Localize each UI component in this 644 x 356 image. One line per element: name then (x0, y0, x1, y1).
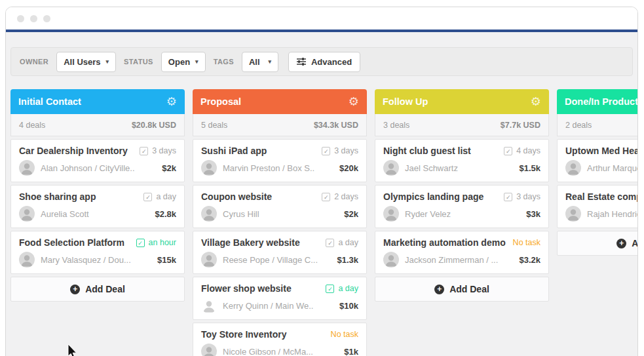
deal-card[interactable]: Food Selection Platform✓an hourMary Vala… (10, 231, 185, 274)
chevron-down-icon: ▾ (268, 58, 271, 65)
task-checkbox[interactable]: ✓ (140, 147, 148, 155)
status-select[interactable]: Open ▾ (161, 52, 206, 72)
task-due-label: a day (338, 238, 358, 247)
column-title: Follow Up (383, 96, 428, 107)
task-checkbox[interactable]: ✓ (504, 193, 512, 201)
owner-name: Alan Johnson / CityVille.. (41, 163, 135, 173)
deal-card[interactable]: Olympics landing page✓3 daysRyder Velez$… (375, 185, 549, 228)
task-status: ✓3 days (322, 146, 358, 155)
gear-icon[interactable]: ⚙ (531, 96, 541, 108)
deal-owner: Arthur Marquez (565, 160, 638, 176)
owner-name: Jael Schwartz (405, 163, 458, 173)
deal-value: $1.5k (519, 163, 540, 173)
gear-icon[interactable]: ⚙ (166, 96, 177, 108)
owner-name: Rajah Hendricks (587, 209, 638, 219)
window-control-dot[interactable] (43, 15, 50, 22)
task-status: ✓an hour (136, 238, 176, 247)
avatar (383, 160, 399, 176)
deals-total: $20.8k USD (132, 121, 176, 130)
deal-card[interactable]: Flower shop website✓a dayKerry Quinn / M… (193, 277, 367, 320)
task-checkbox[interactable]: ✓ (322, 193, 330, 201)
tags-select[interactable]: All ▾ (242, 52, 278, 72)
deal-card[interactable]: Uptown Med HealArthur Marquez (557, 139, 638, 182)
avatar (565, 206, 581, 222)
column-title: Initial Contact (18, 96, 81, 107)
task-checkbox[interactable]: ✓ (326, 239, 334, 247)
pipeline-column: Follow Up⚙3 deals$7.7k USDNight club gue… (375, 89, 549, 356)
window-titlebar (6, 7, 637, 30)
deal-card[interactable]: Night club guest list✓4 daysJael Schwart… (375, 139, 549, 182)
task-due-label: 3 days (152, 146, 176, 155)
avatar (383, 206, 399, 222)
task-status: ✓2 days (322, 192, 358, 201)
add-deal-label: Add Deal (449, 284, 489, 294)
deals-total: $34.3k USD (314, 121, 358, 130)
plus-icon: + (70, 285, 80, 294)
deals-count: 3 deals (383, 121, 409, 130)
card-row-top: Marketing automation demoNo task (383, 237, 540, 248)
deal-title: Olympics landing page (383, 191, 483, 202)
avatar (201, 298, 217, 313)
deal-owner: Rajah Hendricks (565, 206, 638, 222)
owner-name: Arthur Marquez (587, 163, 638, 173)
add-deal-button[interactable]: +Add Deal (10, 277, 185, 302)
deal-value: $10k (339, 301, 358, 311)
task-status: No task (513, 238, 540, 247)
task-checkbox[interactable]: ✓ (143, 193, 152, 201)
column-title: Proposal (200, 96, 241, 107)
task-status: ✓a day (326, 238, 358, 247)
deal-card[interactable]: Shoe sharing app✓a dayAurelia Scott$2.8k (10, 185, 185, 228)
deal-card[interactable]: Sushi iPad app✓3 daysMarvin Preston / Bo… (193, 139, 367, 182)
owner-name: Reese Pope / Village C... (223, 255, 318, 265)
owner-select-value: All Users (64, 57, 100, 67)
deal-card[interactable]: Coupon website✓2 daysCyrus Hill$2k (193, 185, 367, 228)
advanced-filter-button[interactable]: Advanced (288, 52, 360, 72)
deal-card[interactable]: Marketing automation demoNo taskJackson … (375, 231, 549, 274)
owner-select[interactable]: All Users ▾ (56, 52, 116, 72)
add-deal-button[interactable]: +Add Deal (375, 277, 549, 302)
window-control-dot[interactable] (17, 15, 24, 22)
deal-card[interactable]: Car Dealership Inventory✓3 daysAlan John… (10, 139, 185, 182)
deal-title: Village Bakery website (201, 237, 300, 248)
gear-icon[interactable]: ⚙ (349, 96, 359, 108)
deal-card[interactable]: Toy Store InventoryNo taskNicole Gibson … (193, 323, 367, 356)
task-checkbox[interactable]: ✓ (504, 147, 512, 155)
card-row-top: Village Bakery website✓a day (201, 237, 358, 248)
task-due-label: 4 days (516, 146, 540, 155)
task-status: ✓4 days (504, 146, 540, 155)
card-row-top: Toy Store InventoryNo task (201, 329, 358, 340)
card-row-bottom: Alan Johnson / CityVille..$2k (19, 160, 176, 176)
column-title: Done/In Production (565, 96, 638, 107)
card-row-top: Shoe sharing app✓a day (19, 191, 176, 202)
deal-title: Marketing automation demo (383, 237, 506, 248)
deal-owner: Marvin Preston / Box S.. (201, 160, 314, 176)
deal-value: $1.3k (337, 255, 358, 265)
task-checkbox[interactable]: ✓ (322, 147, 330, 155)
pipeline-board: Initial Contact⚙4 deals$20.8k USDCar Dea… (10, 89, 638, 356)
add-deal-button[interactable]: +Add Deal (557, 231, 638, 256)
deal-card[interactable]: Village Bakery website✓a dayReese Pope /… (193, 231, 367, 274)
deal-card[interactable]: Real Estate compaRajah Hendricks (557, 185, 638, 228)
card-row-top: Coupon website✓2 days (201, 191, 358, 202)
task-checkbox[interactable]: ✓ (326, 285, 334, 293)
card-row-bottom: Nicole Gibson / McMa...$1k (201, 344, 358, 356)
avatar (201, 344, 217, 356)
advanced-filter-label: Advanced (311, 57, 352, 67)
deal-value: $15k (157, 255, 176, 265)
task-checkbox[interactable]: ✓ (136, 239, 145, 247)
task-status: ✓3 days (140, 146, 176, 155)
task-due-label: a day (338, 284, 358, 293)
card-row-top: Food Selection Platform✓an hour (19, 237, 176, 248)
window-control-dot[interactable] (30, 15, 37, 22)
column-header: Proposal⚙ (193, 89, 367, 114)
task-status: ✓a day (326, 284, 358, 293)
card-row-bottom: Aurelia Scott$2.8k (19, 206, 176, 222)
column-stats: 4 deals$20.8k USD (10, 114, 185, 136)
deal-owner: Alan Johnson / CityVille.. (19, 160, 135, 176)
add-deal-label: Add Deal (85, 284, 125, 294)
chevron-down-icon: ▾ (195, 58, 199, 65)
avatar (201, 206, 217, 222)
status-label: STATUS (124, 58, 153, 66)
deal-title: Flower shop website (201, 283, 292, 294)
avatar (565, 160, 581, 176)
